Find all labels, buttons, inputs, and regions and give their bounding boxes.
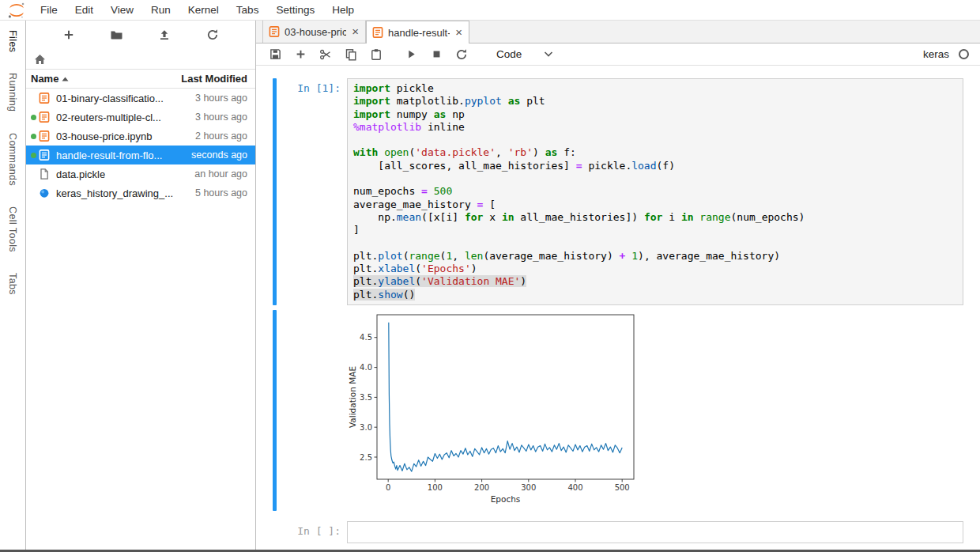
file-browser-toolbar (26, 21, 255, 49)
svg-text:3.5: 3.5 (360, 393, 372, 402)
file-modified: 5 hours ago (195, 187, 247, 198)
copy-cells-button[interactable] (341, 46, 360, 63)
refresh-file-list-button[interactable] (203, 25, 222, 44)
code-cell-editor[interactable]: import pickleimport matplotlib.pyplot as… (347, 78, 963, 305)
document-tab-bar: 03-house-pric×handle-result-f× (256, 21, 980, 43)
cell-collapser[interactable] (273, 78, 277, 305)
file-row-01-binary-classificatio[interactable]: 01-binary-classificatio...3 hours ago (26, 89, 255, 108)
svg-text:100: 100 (428, 483, 443, 492)
matplotlib-plot: 01002003004005002.53.03.54.04.5EpochsVal… (347, 312, 641, 508)
menu-kernel[interactable]: Kernel (179, 0, 228, 20)
file-row-handle-result-from-flo[interactable]: handle-result-from-flo...seconds ago (26, 146, 255, 164)
insert-cell-button[interactable] (291, 46, 310, 63)
svg-text:Epochs: Epochs (491, 494, 521, 504)
cell-output: 01002003004005002.53.03.54.04.5EpochsVal… (347, 310, 963, 511)
file-name: handle-result-from-flo... (56, 149, 191, 161)
notebook-area[interactable]: In [1]: import pickleimport matplotlib.p… (256, 66, 980, 552)
restart-kernel-button[interactable] (452, 46, 471, 63)
jupyter-logo-icon (6, 2, 27, 19)
menu-view[interactable]: View (102, 0, 142, 20)
doc-tab-03-house-pric[interactable]: 03-house-pric× (262, 21, 366, 43)
file-row-02-reuters-multiple-cl[interactable]: 02-reuters-multiple-cl...3 hours ago (26, 108, 255, 127)
file-browser-panel: Name Last Modified 01-binary-classificat… (26, 21, 256, 552)
notebook-toolbar: Code keras (256, 43, 980, 66)
sidebar-tab-commands[interactable]: Commands (7, 133, 18, 186)
notebook-file-icon (39, 93, 51, 104)
jupyterlab-window: FileEditViewRunKernelTabsSettingsHelp Fi… (0, 0, 980, 552)
output-collapser[interactable] (273, 310, 277, 511)
svg-text:4.5: 4.5 (360, 333, 372, 342)
svg-text:Validation MAE: Validation MAE (348, 366, 357, 428)
notebook-icon (269, 26, 280, 37)
menu-file[interactable]: File (32, 0, 66, 20)
file-name: 02-reuters-multiple-cl... (56, 112, 195, 123)
file-name: 01-binary-classificatio... (56, 93, 195, 104)
empty-code-cell: In [ ]: (273, 521, 963, 543)
run-cell-button[interactable] (401, 46, 420, 63)
menu-run[interactable]: Run (142, 0, 179, 20)
kernel-status-icon (959, 49, 969, 59)
menu-tabs[interactable]: Tabs (228, 0, 268, 20)
svg-text:3.0: 3.0 (360, 423, 372, 432)
menu-settings[interactable]: Settings (267, 0, 323, 20)
sidebar-tab-files[interactable]: Files (7, 30, 18, 52)
kernel-name: keras (923, 48, 949, 60)
file-row-keras-history-drawing[interactable]: keras_history_drawing_...5 hours ago (26, 183, 255, 202)
binary-file-icon (39, 187, 51, 198)
sidebar-tab-tabs[interactable]: Tabs (7, 273, 18, 295)
input-prompt: In [ ]: (282, 521, 347, 543)
input-prompt: In [1]: (282, 78, 347, 305)
name-column-label: Name (31, 73, 58, 85)
doc-tab-handle-result-f[interactable]: handle-result-f× (366, 21, 469, 43)
menu-bar: FileEditViewRunKernelTabsSettingsHelp (0, 0, 980, 21)
notebook-file-icon (39, 130, 51, 142)
svg-text:200: 200 (474, 483, 489, 492)
new-launcher-button[interactable] (59, 25, 78, 44)
close-icon[interactable]: × (454, 27, 463, 38)
cell-collapser[interactable] (273, 521, 277, 543)
file-list: 01-binary-classificatio...3 hours ago02-… (26, 89, 255, 552)
left-sidebar-strip: FilesRunningCommandsCell ToolsTabs (0, 21, 26, 552)
menu-edit[interactable]: Edit (66, 0, 102, 20)
save-button[interactable] (266, 46, 285, 63)
new-folder-button[interactable] (107, 25, 126, 44)
code-cell: In [1]: import pickleimport matplotlib.p… (273, 78, 963, 305)
breadcrumb (26, 49, 255, 70)
upload-button[interactable] (155, 25, 174, 44)
output-prompt (282, 310, 347, 511)
chevron-down-icon (544, 51, 553, 57)
file-modified: seconds ago (191, 149, 247, 161)
file-modified: 2 hours ago (195, 130, 247, 142)
menu-help[interactable]: Help (323, 0, 363, 20)
column-header-name[interactable]: Name (31, 73, 181, 85)
sidebar-tab-cell-tools[interactable]: Cell Tools (7, 206, 18, 252)
sort-ascending-icon (62, 77, 69, 81)
output-cell: 01002003004005002.53.03.54.04.5EpochsVal… (273, 310, 963, 511)
file-file-icon (39, 168, 51, 180)
kernel-indicator: keras (923, 48, 969, 60)
svg-text:4.0: 4.0 (360, 363, 372, 372)
notebook-file-icon (39, 112, 51, 123)
home-icon[interactable] (34, 54, 46, 65)
file-modified: 3 hours ago (195, 112, 247, 123)
file-name: keras_history_drawing_... (56, 187, 195, 199)
svg-text:0: 0 (386, 483, 390, 492)
column-header-modified[interactable]: Last Modified (181, 73, 247, 85)
sidebar-tab-running[interactable]: Running (7, 73, 18, 112)
tab-label: 03-house-pric (285, 26, 346, 38)
file-name: 03-house-price.ipynb (56, 130, 195, 142)
cell-type-dropdown[interactable]: Code (490, 47, 560, 62)
paste-cells-button[interactable] (367, 46, 386, 63)
interrupt-kernel-button[interactable] (427, 46, 446, 63)
file-name: data.pickle (56, 168, 194, 180)
tab-label: handle-result-f (388, 27, 450, 39)
kernel-running-dot (31, 115, 36, 120)
file-row-03-house-price-ipynb[interactable]: 03-house-price.ipynb2 hours ago (26, 127, 255, 146)
notebook-icon (372, 27, 383, 38)
empty-cell-editor[interactable] (347, 521, 963, 543)
close-icon[interactable]: × (351, 26, 360, 37)
notebook-file-icon (39, 149, 51, 161)
cell-type-value: Code (496, 48, 522, 60)
cut-cells-button[interactable] (316, 46, 335, 63)
file-row-data-pickle[interactable]: data.picklean hour ago (26, 164, 255, 183)
